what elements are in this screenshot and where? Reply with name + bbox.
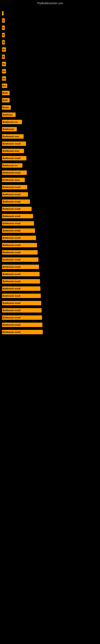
bar-label: Bottleneck result <box>2 142 26 146</box>
bar-row: Bottleneck result <box>2 322 98 328</box>
bar-label: Bottleneck <box>2 127 17 132</box>
bar-row: Bottleneck result <box>2 264 98 270</box>
bar-label: Bottleneck result <box>2 258 38 262</box>
bar-row: B <box>2 40 98 45</box>
bar-label: Bottleneck resul <box>2 178 25 182</box>
bar-label: Bottleneck result <box>2 200 30 204</box>
bar-row: Bottleneck result <box>2 300 98 306</box>
bar-label: Bottle <box>2 105 11 110</box>
bar-label <box>2 11 3 16</box>
bar-label: B <box>2 40 5 44</box>
bar-label: Bottleneck result <box>2 214 33 218</box>
bar-row: Bottleneck result <box>2 192 98 197</box>
bar-row: Bottleneck result <box>2 271 98 277</box>
bar-label: Bottl <box>2 98 10 102</box>
bar-row: Bottleneck result <box>2 329 98 335</box>
bar-row <box>2 10 98 16</box>
bar-row: Bottleneck result <box>2 293 98 299</box>
bar-label: Bottleneck result <box>2 272 40 276</box>
bar-label: Bottleneck resu <box>2 149 24 153</box>
bar-row: B <box>2 54 98 60</box>
bar-row: Bottleneck res <box>2 162 98 168</box>
bar-row: Bo <box>2 76 98 81</box>
bar-row: Bottleneck result <box>2 257 98 262</box>
bar-label: Bottleneck result <box>2 170 27 175</box>
bar-row: Bo <box>2 61 98 67</box>
bar-row: Bottleneck result <box>2 213 98 219</box>
bar-row: Bottleneck resul <box>2 177 98 183</box>
bar-row: Bottleneck result <box>2 250 98 255</box>
bar-label: Bottleneck result <box>2 322 42 327</box>
bar-label: Bottleneck result <box>2 265 39 269</box>
bar-row: Bottleneck resu <box>2 134 98 139</box>
bar-row: Bottleneck result <box>2 170 98 176</box>
bar-label: Bottleneck result <box>2 330 43 334</box>
bar-row: Bot <box>2 83 98 88</box>
bar-row: Bottleneck result <box>2 286 98 292</box>
bar-row: Bottleneck result <box>2 141 98 146</box>
bar-row: Bottleneck <box>2 126 98 132</box>
bar-label: Bottleneck result <box>2 228 35 233</box>
bar-label: Bottleneck result <box>2 207 32 211</box>
bar-row: Bottleneck result <box>2 155 98 161</box>
bar-row: Bottleneck result <box>2 228 98 234</box>
bar-row: Bottleneck result <box>2 308 98 313</box>
bar-label: Bottleneck resu <box>2 134 24 139</box>
bar-row: Bottleneck res <box>2 119 98 125</box>
bar-label: Bottleneck result <box>2 301 41 305</box>
bar-label: Bo <box>2 47 6 52</box>
bar-row: Bottleneck resu <box>2 148 98 154</box>
bar-row: Bottleneck result <box>2 278 98 284</box>
bar-label: Bo <box>2 69 6 74</box>
bar-row: Bottleneck result <box>2 184 98 190</box>
bar-row: E <box>2 18 98 23</box>
bar-row: Bottl <box>2 98 98 103</box>
bar-label: Bo <box>2 76 6 81</box>
bar-label: Bottleneck result <box>2 286 40 291</box>
bar-row: Bottleneck result <box>2 220 98 226</box>
bar-row: B <box>2 32 98 38</box>
bar-row: Bottleneck result <box>2 206 98 212</box>
bars-container: EEBBBoBBoBoBoBotBottlBottlBottleBottlene… <box>0 6 100 338</box>
bar-row: Bottleneck result <box>2 199 98 204</box>
bar-label: Bottleneck result <box>2 185 27 190</box>
bar-label: Bottleneck result <box>2 192 28 196</box>
bar-label: Bottleneck res <box>2 120 22 124</box>
bar-row: E <box>2 25 98 30</box>
bar-label: Bottleneck result <box>2 221 34 226</box>
bar-row: Bottleneck result <box>2 235 98 241</box>
bar-label: Bottl <box>2 91 10 95</box>
bar-label: E <box>2 26 5 30</box>
bar-label: Bottleneck result <box>2 294 41 298</box>
bar-label: Bottleneck result <box>2 279 40 284</box>
bar-label: E <box>2 18 5 23</box>
bar-label: B <box>2 54 5 59</box>
bar-label: B <box>2 33 5 37</box>
bar-row: Bottle <box>2 105 98 110</box>
bar-label: Bottleneck res <box>2 163 22 168</box>
bar-row: Bottl <box>2 90 98 96</box>
bar-row: Bo <box>2 68 98 74</box>
site-title: TheBottlenecker.com <box>0 0 100 6</box>
bar-row: Bottlenec <box>2 112 98 118</box>
bar-label: Bottleneck result <box>2 243 37 247</box>
bar-row: Bottleneck result <box>2 315 98 320</box>
bar-label: Bottleneck result <box>2 236 36 240</box>
bar-label: Bottleneck result <box>2 250 38 254</box>
bar-label: Bottleneck result <box>2 156 26 160</box>
bar-label: Bot <box>2 84 7 88</box>
bar-label: Bo <box>2 62 6 66</box>
bar-label: Bottleneck result <box>2 308 42 312</box>
bar-row: Bo <box>2 47 98 52</box>
bar-row: Bottleneck result <box>2 242 98 248</box>
bar-label: Bottlenec <box>2 112 16 117</box>
bar-label: Bottleneck result <box>2 315 42 320</box>
